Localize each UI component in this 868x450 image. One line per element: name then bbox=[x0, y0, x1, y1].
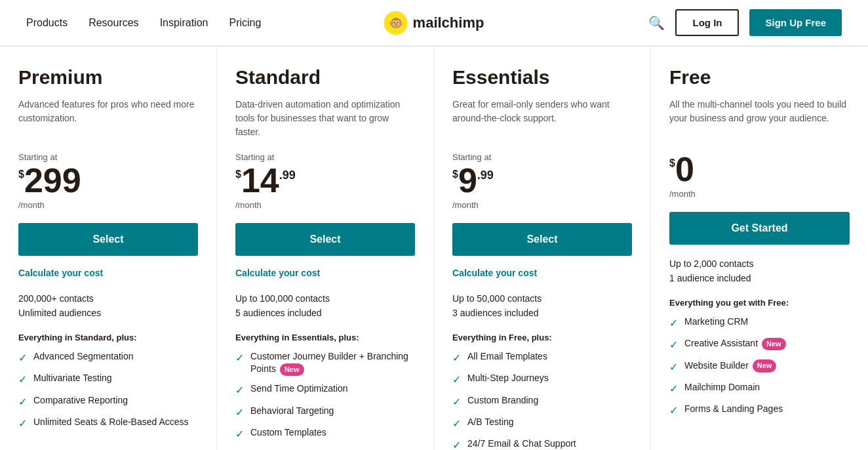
check-icon: ✓ bbox=[669, 338, 678, 352]
feature-item: ✓Comparative Reporting bbox=[18, 394, 198, 409]
price-main: 0 bbox=[675, 152, 694, 186]
pricing-grid: PremiumAdvanced features for pros who ne… bbox=[0, 46, 868, 450]
price-dollar: $ bbox=[669, 157, 675, 169]
plan-name: Essentials bbox=[452, 66, 632, 89]
plan-name: Premium bbox=[18, 66, 198, 89]
feature-item: ✓Customer Journey Builder + Branching Po… bbox=[235, 350, 415, 377]
feature-text: Comparative Reporting bbox=[33, 394, 128, 407]
check-icon: ✓ bbox=[669, 403, 678, 418]
feature-item: ✓Unlimited Seats & Role-Based Access bbox=[18, 416, 198, 431]
feature-text: Send Time Optimization bbox=[250, 382, 348, 396]
plan-desc: Great for email-only senders who want ar… bbox=[452, 98, 632, 140]
signup-button[interactable]: Sign Up Free bbox=[749, 9, 842, 36]
feature-text: Mailchimp Domain bbox=[684, 381, 760, 394]
check-icon: ✓ bbox=[452, 417, 461, 431]
logo-text: mailchimp bbox=[413, 14, 484, 31]
calc-cost-link[interactable]: Calculate your cost bbox=[452, 268, 632, 278]
feature-text: Marketing CRM bbox=[684, 316, 748, 329]
feature-item: ✓Send Time Optimization bbox=[235, 382, 415, 398]
feature-text: Advanced Segmentation bbox=[33, 350, 134, 363]
plan-desc: Data-driven automation and optimization … bbox=[235, 98, 415, 140]
plan-col-essentials: EssentialsGreat for email-only senders w… bbox=[434, 47, 651, 450]
nav-logo: 🐵 mailchimp bbox=[384, 11, 484, 35]
new-badge: New bbox=[753, 359, 777, 372]
plan-col-free: FreeAll the multi-channel tools you need… bbox=[651, 47, 868, 450]
feature-text: Customer Journey Builder + Branching Poi… bbox=[250, 350, 415, 377]
check-icon: ✓ bbox=[235, 383, 244, 398]
feature-item: ✓24/7 Email & Chat Support bbox=[452, 438, 632, 450]
feature-list: ✓Marketing CRM✓Creative AssistantNew✓Web… bbox=[669, 316, 850, 419]
section-header: Everything you get with Free: bbox=[669, 298, 850, 308]
feature-item: ✓Multi-Step Journeys bbox=[452, 372, 632, 387]
feature-text: Website BuilderNew bbox=[684, 359, 776, 373]
check-icon: ✓ bbox=[452, 395, 461, 409]
plan-name: Standard bbox=[235, 66, 415, 89]
plan-col-standard: StandardData-driven automation and optim… bbox=[217, 47, 434, 450]
check-icon: ✓ bbox=[18, 373, 27, 387]
feature-item: ✓Creative AssistantNew bbox=[669, 337, 850, 352]
calc-cost-link[interactable]: Calculate your cost bbox=[235, 268, 415, 278]
price-dollar: $ bbox=[452, 169, 458, 180]
section-header: Everything in Free, plus: bbox=[452, 333, 632, 342]
search-icon[interactable]: 🔍 bbox=[648, 15, 665, 31]
feature-text: Creative AssistantNew bbox=[684, 337, 786, 350]
select-button[interactable]: Select bbox=[452, 223, 632, 256]
nav-item-resources[interactable]: Resources bbox=[89, 17, 138, 29]
section-header: Everything in Essentials, plus: bbox=[235, 333, 415, 342]
feature-list: ✓Customer Journey Builder + Branching Po… bbox=[235, 350, 415, 442]
feature-item: ✓Forms & Landing Pages bbox=[669, 403, 850, 418]
check-icon: ✓ bbox=[452, 351, 461, 365]
price-label: Starting at bbox=[452, 152, 632, 162]
price-label: Starting at bbox=[18, 152, 198, 162]
price-row: $9.99 bbox=[452, 163, 632, 197]
check-icon: ✓ bbox=[669, 316, 678, 331]
select-button[interactable]: Get Started bbox=[669, 212, 850, 245]
feature-text: Custom Templates bbox=[250, 426, 326, 440]
nav-item-pricing[interactable]: Pricing bbox=[229, 17, 261, 29]
price-row: $299 bbox=[18, 163, 198, 197]
price-period: /month bbox=[669, 189, 850, 199]
feature-text: All Email Templates bbox=[467, 350, 547, 363]
check-icon: ✓ bbox=[235, 351, 244, 365]
select-button[interactable]: Select bbox=[18, 223, 198, 256]
feature-item: ✓Custom Templates bbox=[235, 426, 415, 441]
contacts-info: Up to 100,000 contacts5 audiences includ… bbox=[235, 291, 415, 321]
navigation: ProductsResourcesInspirationPricing 🐵 ma… bbox=[0, 0, 868, 46]
price-main: 9 bbox=[458, 163, 477, 197]
check-icon: ✓ bbox=[452, 373, 461, 387]
price-dollar: $ bbox=[235, 169, 241, 180]
nav-item-products[interactable]: Products bbox=[26, 17, 68, 29]
price-main: 299 bbox=[24, 163, 81, 197]
feature-item: ✓All Email Templates bbox=[452, 350, 632, 365]
nav-item-inspiration[interactable]: Inspiration bbox=[160, 17, 208, 29]
price-row: $0 bbox=[669, 152, 850, 186]
price-period: /month bbox=[235, 200, 415, 210]
feature-item: ✓Mailchimp Domain bbox=[669, 381, 850, 396]
login-button[interactable]: Log In bbox=[675, 9, 739, 36]
feature-text: Forms & Landing Pages bbox=[684, 403, 783, 416]
price-label: Starting at bbox=[235, 152, 415, 162]
new-badge: New bbox=[762, 338, 786, 350]
select-button[interactable]: Select bbox=[235, 223, 415, 256]
price-period: /month bbox=[18, 200, 198, 210]
plan-desc: All the multi-channel tools you need to … bbox=[669, 98, 850, 140]
feature-text: 24/7 Email & Chat Support bbox=[467, 438, 576, 450]
plan-name: Free bbox=[669, 66, 850, 89]
feature-item: ✓A/B Testing bbox=[452, 416, 632, 431]
price-row: $14.99 bbox=[235, 163, 415, 197]
feature-text: Behavioral Targeting bbox=[250, 405, 334, 418]
logo-icon: 🐵 bbox=[384, 11, 408, 35]
feature-list: ✓All Email Templates✓Multi-Step Journeys… bbox=[452, 350, 632, 450]
feature-text: Multi-Step Journeys bbox=[467, 372, 549, 385]
new-badge: New bbox=[280, 363, 304, 376]
feature-text: A/B Testing bbox=[467, 416, 514, 429]
check-icon: ✓ bbox=[235, 405, 244, 420]
plan-desc: Advanced features for pros who need more… bbox=[18, 98, 198, 140]
nav-right: 🔍 Log In Sign Up Free bbox=[648, 9, 842, 36]
contacts-info: Up to 50,000 contacts3 audiences include… bbox=[452, 291, 632, 321]
price-period: /month bbox=[452, 200, 632, 210]
calc-cost-link[interactable]: Calculate your cost bbox=[18, 268, 198, 278]
feature-text: Unlimited Seats & Role-Based Access bbox=[33, 416, 189, 429]
feature-item: ✓Website BuilderNew bbox=[669, 359, 850, 375]
plan-col-premium: PremiumAdvanced features for pros who ne… bbox=[0, 47, 217, 450]
